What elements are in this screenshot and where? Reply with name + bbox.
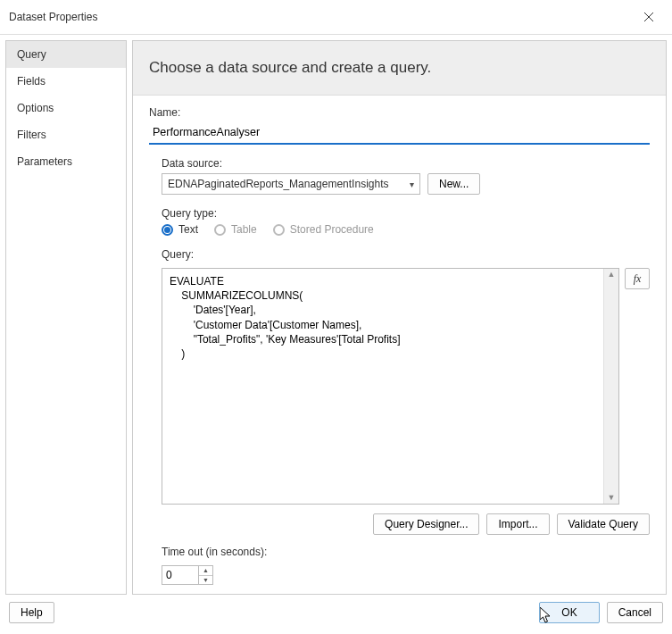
querytype-radio-stored[interactable]: Stored Procedure bbox=[273, 223, 374, 236]
spinner-down-icon[interactable]: ▼ bbox=[199, 576, 212, 585]
expression-button[interactable]: fx bbox=[625, 268, 650, 289]
datasource-selected: EDNAPaginatedReports_ManagementInsights bbox=[168, 178, 388, 190]
close-button[interactable] bbox=[633, 5, 665, 29]
timeout-spinner[interactable]: ▲ ▼ bbox=[162, 565, 213, 585]
timeout-input[interactable] bbox=[162, 566, 198, 584]
radio-icon bbox=[214, 224, 226, 236]
query-textarea[interactable] bbox=[162, 269, 603, 504]
sidebar: Query Fields Options Filters Parameters bbox=[5, 40, 127, 595]
validate-query-button[interactable]: Validate Query bbox=[557, 513, 651, 535]
sidebar-item-options[interactable]: Options bbox=[6, 95, 126, 121]
sidebar-item-fields[interactable]: Fields bbox=[6, 68, 126, 95]
chevron-down-icon: ▾ bbox=[410, 179, 414, 189]
cancel-button[interactable]: Cancel bbox=[607, 602, 663, 623]
scroll-down-icon: ▼ bbox=[608, 494, 616, 502]
help-button[interactable]: Help bbox=[9, 602, 54, 623]
import-button[interactable]: Import... bbox=[486, 513, 549, 535]
querytype-radio-table[interactable]: Table bbox=[214, 223, 257, 236]
radio-selected-icon bbox=[162, 224, 173, 236]
query-designer-button[interactable]: Query Designer... bbox=[373, 513, 479, 535]
scroll-up-icon: ▲ bbox=[608, 271, 616, 279]
close-icon bbox=[644, 13, 653, 21]
ok-button[interactable]: OK bbox=[539, 602, 599, 623]
querytype-radio-text[interactable]: Text bbox=[162, 223, 198, 236]
page-title: Choose a data source and create a query. bbox=[133, 41, 666, 96]
name-input[interactable] bbox=[149, 122, 650, 145]
sidebar-item-parameters[interactable]: Parameters bbox=[6, 148, 126, 175]
name-label: Name: bbox=[149, 106, 650, 119]
sidebar-item-query[interactable]: Query bbox=[6, 41, 126, 68]
spinner-up-icon[interactable]: ▲ bbox=[199, 566, 212, 576]
window-title: Dataset Properties bbox=[9, 11, 97, 23]
datasource-select[interactable]: EDNAPaginatedReports_ManagementInsights … bbox=[162, 173, 420, 195]
datasource-label: Data source: bbox=[162, 157, 650, 170]
query-scrollbar[interactable]: ▲ ▼ bbox=[603, 269, 618, 504]
radio-icon bbox=[273, 224, 285, 236]
fx-icon: fx bbox=[634, 272, 642, 286]
sidebar-item-filters[interactable]: Filters bbox=[6, 121, 126, 148]
timeout-label: Time out (in seconds): bbox=[162, 546, 650, 558]
query-label: Query: bbox=[162, 248, 650, 261]
new-datasource-button[interactable]: New... bbox=[427, 173, 480, 195]
querytype-label: Query type: bbox=[162, 207, 650, 220]
